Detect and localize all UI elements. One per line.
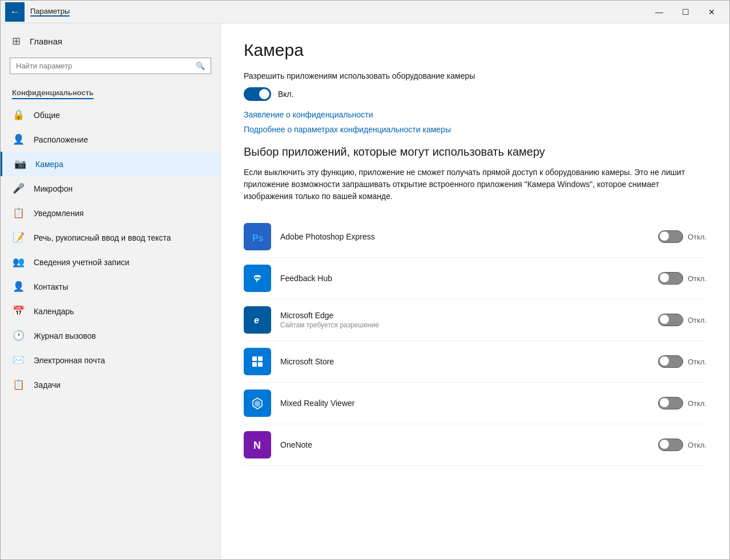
app-name-mixedreality: Mixed Reality Viewer (280, 399, 649, 408)
app-info-edge: Microsoft Edge Сайтам требуется разрешен… (280, 311, 649, 329)
sidebar-section-label: Конфиденциальность (1, 83, 220, 103)
close-button[interactable]: ✕ (699, 2, 725, 22)
main-toggle-row: Вкл. (244, 87, 707, 101)
sidebar-item-zhurnal[interactable]: 🕐 Журнал вызовов (1, 323, 220, 348)
sidebar-icon-svedeniya: 👥 (12, 256, 25, 268)
app-name-edge: Microsoft Edge (280, 311, 649, 320)
back-icon: ← (10, 7, 19, 17)
apps-section-heading: Выбор приложений, которые могут использо… (244, 145, 707, 159)
sidebar-label-kamera: Камера (35, 160, 63, 169)
app-toggle-label-mixedreality: Откл. (688, 399, 707, 408)
sidebar-label-rech: Речь, рукописный ввод и ввод текста (34, 233, 171, 242)
back-button[interactable]: ← (5, 2, 25, 22)
app-icon-mixedreality (244, 389, 271, 417)
sidebar-icon-kalendar: 📅 (12, 305, 25, 317)
sidebar-item-kalendar[interactable]: 📅 Календарь (1, 299, 220, 323)
app-info-feedback: Feedback Hub (280, 274, 649, 283)
sidebar-label-obshie: Общие (34, 111, 60, 120)
sidebar-item-kamera[interactable]: 📷 Камера (1, 152, 220, 176)
svg-point-4 (257, 277, 259, 279)
sidebar-icon-obshie: 🔒 (12, 109, 25, 121)
app-toggle-area-mixedreality: Откл. (658, 397, 707, 409)
maximize-button[interactable]: ☐ (672, 2, 699, 22)
sidebar-label-uvedomleniya: Уведомления (34, 209, 84, 218)
app-item-onenote: N OneNote Откл. (244, 424, 707, 466)
sidebar-item-raspolozhenie[interactable]: 👤 Расположение (1, 127, 220, 152)
app-toggle-photoshop[interactable] (658, 230, 683, 243)
app-toggle-area-onenote: Откл. (658, 439, 707, 451)
app-info-store: Microsoft Store (280, 357, 649, 366)
search-box[interactable]: 🔍 (10, 58, 211, 74)
app-icon-store (244, 348, 271, 375)
sidebar-item-mikrofon[interactable]: 🎤 Микрофон (1, 176, 220, 201)
main-toggle-knob (259, 89, 269, 99)
app-toggle-label-feedback: Откл. (688, 274, 707, 283)
app-item-mixedreality: Mixed Reality Viewer Откл. (244, 383, 707, 424)
sidebar-item-pochta[interactable]: ✉️ Электронная почта (1, 348, 220, 372)
sidebar-item-svedeniya[interactable]: 👥 Сведения учетной записи (1, 250, 220, 274)
svg-text:e: e (254, 315, 259, 325)
sidebar-icon-mikrofon: 🎤 (12, 182, 25, 194)
main-content: Камера Разрешить приложениям использоват… (220, 23, 729, 559)
sidebar-item-kontakty[interactable]: 👤 Контакты (1, 274, 220, 299)
app-toggle-knob-photoshop (660, 232, 669, 241)
svg-rect-8 (249, 354, 265, 370)
app-toggle-edge[interactable] (658, 314, 683, 326)
app-toggle-feedback[interactable] (658, 272, 683, 285)
sidebar-label-zadachi: Задачи (34, 380, 61, 389)
section-label-text: Конфиденциальность (12, 88, 94, 99)
sidebar-item-home[interactable]: ⊞ Главная (1, 29, 220, 53)
sidebar-item-uvedomleniya[interactable]: 📋 Уведомления (1, 201, 220, 225)
svg-text:Ps: Ps (252, 233, 264, 243)
search-icon: 🔍 (196, 62, 205, 70)
sidebar-item-zadachi[interactable]: 📋 Задачи (1, 372, 220, 397)
app-icon-edge: e (244, 306, 271, 334)
window-controls: — ☐ ✕ (646, 2, 725, 22)
app-toggle-onenote[interactable] (658, 439, 683, 451)
sidebar-label-kontakty: Контакты (34, 282, 68, 291)
sidebar-icon-kontakty: 👤 (12, 281, 25, 293)
app-info-onenote: OneNote (280, 440, 649, 449)
sidebar-icon-raspolozhenie: 👤 (12, 133, 25, 145)
main-toggle-label: Вкл. (278, 90, 294, 99)
sidebar-label-pochta: Электронная почта (34, 356, 105, 365)
app-toggle-knob-onenote (660, 440, 669, 449)
app-toggle-knob-feedback (660, 273, 669, 282)
main-toggle[interactable] (244, 87, 271, 101)
privacy-details-link[interactable]: Подробнее о параметрах конфиденциальност… (244, 125, 707, 134)
svg-rect-11 (252, 362, 257, 367)
app-icon-photoshop: Ps (244, 223, 271, 250)
svg-point-3 (255, 277, 257, 279)
sidebar-label-zhurnal: Журнал вызовов (34, 331, 96, 340)
sidebar-item-rech[interactable]: 📝 Речь, рукописный ввод и ввод текста (1, 225, 220, 250)
search-input[interactable] (16, 62, 191, 70)
allow-label: Разрешить приложениям использовать обору… (244, 71, 707, 80)
app-name-photoshop: Adobe Photoshop Express (280, 232, 649, 241)
svg-rect-10 (258, 356, 263, 361)
sidebar-item-obshie[interactable]: 🔒 Общие (1, 103, 220, 127)
app-toggle-mixedreality[interactable] (658, 397, 683, 409)
app-info-mixedreality: Mixed Reality Viewer (280, 399, 649, 408)
svg-rect-9 (252, 356, 257, 361)
svg-point-5 (259, 277, 260, 279)
sidebar-icon-zadachi: 📋 (12, 379, 25, 391)
app-name-feedback: Feedback Hub (280, 274, 649, 283)
sidebar-label-svedeniya: Сведения учетной записи (34, 258, 130, 267)
window-title: Параметры (30, 7, 70, 17)
app-info-photoshop: Adobe Photoshop Express (280, 232, 649, 241)
page-title: Камера (244, 40, 707, 60)
sidebar-icon-zhurnal: 🕐 (12, 330, 25, 342)
home-icon: ⊞ (12, 35, 21, 47)
sidebar-icon-rech: 📝 (12, 232, 25, 244)
sidebar-home-label: Главная (30, 36, 62, 46)
privacy-statement-link[interactable]: Заявление о конфиденциальности (244, 110, 707, 119)
app-toggle-knob-mixedreality (660, 398, 669, 407)
minimize-button[interactable]: — (646, 2, 672, 22)
sidebar-nav: 🔒 Общие 👤 Расположение 📷 Камера 🎤 Микроф… (1, 103, 220, 397)
app-toggle-knob-edge (660, 315, 669, 324)
app-toggle-store[interactable] (658, 355, 683, 368)
app-name-store: Microsoft Store (280, 357, 649, 366)
app-toggle-area-edge: Откл. (658, 314, 707, 326)
sidebar: ⊞ Главная 🔍 Конфиденциальность 🔒 Общие 👤… (1, 23, 220, 559)
app-toggle-area-store: Откл. (658, 355, 707, 368)
